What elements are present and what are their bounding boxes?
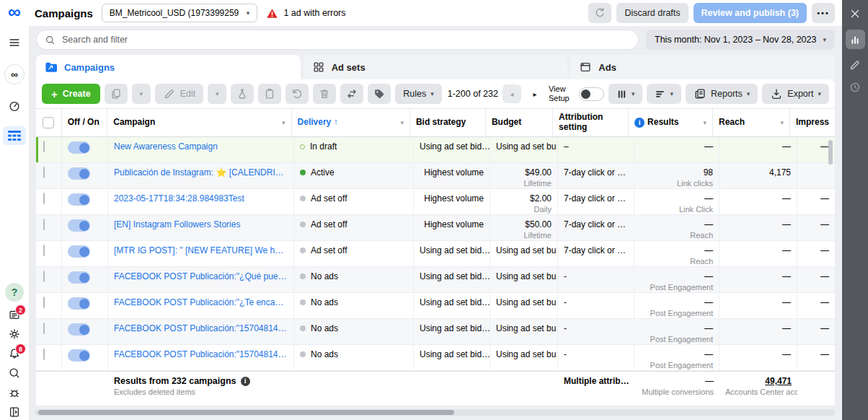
campaign-link[interactable]: Publicación de Instagram: ⭐ [CALENDRIER]…	[114, 167, 288, 178]
header-bid-strategy[interactable]: Bid strategy	[410, 109, 486, 136]
edit-dropdown-button[interactable]: ▾	[208, 84, 226, 104]
bid-strategy-value: Using ad set bid…	[414, 293, 490, 318]
campaign-link[interactable]: [EN] Instagram Followers Stories	[114, 219, 288, 229]
create-button[interactable]: + Create	[42, 84, 100, 104]
horizontal-scrollbar-thumb[interactable]	[38, 410, 454, 415]
search-rail-icon[interactable]	[8, 367, 21, 380]
export-button[interactable]: Export▾	[762, 84, 829, 104]
header-impressions[interactable]: Impress	[790, 109, 835, 136]
history-clock-icon[interactable]	[849, 81, 862, 94]
campaigns-table-icon[interactable]	[3, 126, 26, 145]
tag-button[interactable]	[368, 84, 391, 104]
row-checkbox[interactable]	[43, 323, 45, 334]
select-all-checkbox[interactable]	[36, 109, 62, 136]
campaign-link[interactable]: [MTR IG POST]: " [NEW FEATURE] We have a…	[114, 245, 288, 255]
review-publish-button[interactable]: Review and publish (3)	[694, 3, 807, 23]
previous-page-button[interactable]: ◂	[502, 84, 521, 103]
updates-icon[interactable]: 2	[8, 308, 21, 321]
tab-ads[interactable]: Ads	[570, 55, 835, 79]
campaign-toggle[interactable]	[68, 323, 90, 336]
delivery-status-dot	[300, 222, 306, 227]
row-checkbox[interactable]	[43, 271, 45, 282]
header-off-on: Off / On	[62, 109, 107, 136]
tag-icon	[373, 87, 386, 100]
row-checkbox[interactable]	[43, 245, 45, 256]
delete-button[interactable]	[313, 84, 336, 104]
search-bar[interactable]	[36, 30, 639, 50]
duplicate-button[interactable]	[105, 84, 128, 104]
header-delivery[interactable]: Delivery ↑▾	[292, 109, 410, 136]
close-icon[interactable]	[849, 7, 862, 20]
refresh-button[interactable]	[588, 3, 611, 23]
collapse-panel-icon[interactable]	[8, 406, 21, 419]
row-checkbox[interactable]	[43, 167, 45, 178]
reports-button[interactable]: Reports▾	[686, 84, 758, 104]
rules-button[interactable]: Rules▾	[395, 84, 442, 104]
swap-button[interactable]	[340, 84, 363, 104]
help-icon[interactable]: ?	[5, 283, 24, 302]
discard-drafts-button[interactable]: Discard drafts	[616, 3, 688, 23]
header-campaign[interactable]: Campaign▾	[107, 109, 291, 136]
row-checkbox[interactable]	[43, 141, 45, 152]
view-setup-toggle[interactable]	[579, 87, 604, 101]
breakdown-button[interactable]: ▾	[647, 84, 681, 104]
notifications-bell-icon[interactable]: 8	[8, 347, 21, 360]
campaign-toggle[interactable]	[68, 141, 90, 154]
campaign-toggle[interactable]	[68, 245, 90, 258]
budget-period: Lifetime	[496, 231, 552, 240]
impressions-value: —	[797, 267, 835, 292]
campaign-toggle[interactable]	[68, 297, 90, 310]
charts-panel-icon[interactable]	[846, 30, 865, 49]
delivery-status-dot	[300, 274, 306, 279]
campaign-link[interactable]: FACEBOOK POST Publicación:"15704814932…	[114, 323, 288, 333]
campaign-toggle[interactable]	[68, 167, 90, 180]
next-page-button[interactable]: ▸	[526, 84, 544, 103]
campaign-link[interactable]: FACEBOOK POST Publicación:"15704814932…	[114, 349, 288, 359]
ads-manager-icon[interactable]: ∞	[4, 64, 25, 84]
info-icon: i	[634, 118, 645, 128]
edit-button[interactable]: Edit	[155, 84, 204, 104]
summary-reach[interactable]: 49,471	[725, 376, 792, 386]
campaign-toggle[interactable]	[68, 271, 90, 284]
vertical-scrollbar[interactable]	[828, 140, 833, 165]
tab-campaigns-label: Campaigns	[64, 62, 115, 73]
campaign-toggle[interactable]	[68, 193, 90, 206]
header-reach[interactable]: Reach▾	[713, 109, 790, 136]
ads-manager-app: ∞ ∞ ? 2 8	[0, 0, 868, 420]
clipboard-button[interactable]	[258, 84, 281, 104]
reach-value: —	[719, 267, 797, 292]
horizontal-scrollbar[interactable]	[35, 409, 835, 416]
campaign-toggle[interactable]	[68, 219, 90, 232]
undo-button[interactable]	[285, 84, 309, 104]
row-checkbox[interactable]	[43, 349, 45, 360]
date-range-selector[interactable]: This month: Nov 1, 2023 – Nov 28, 2023 ▾	[646, 30, 835, 50]
report-bug-icon[interactable]	[8, 386, 21, 399]
edit-panel-icon[interactable]	[849, 58, 862, 71]
search-input[interactable]	[62, 35, 630, 45]
row-checkbox[interactable]	[43, 219, 45, 230]
more-options-button[interactable]: •••	[812, 3, 835, 23]
ab-test-button[interactable]	[231, 84, 254, 104]
duplicate-dropdown-button[interactable]: ▾	[132, 84, 151, 104]
error-banner[interactable]: 1 ad with errors	[266, 7, 345, 19]
campaign-link[interactable]: FACEBOOK POST Publicación:"¿Te encanta M…	[114, 297, 288, 307]
row-checkbox[interactable]	[43, 297, 45, 308]
campaign-link[interactable]: FACEBOOK POST Publicación:"¿Qué puedes …	[114, 271, 288, 281]
header-results[interactable]: iResults▾	[629, 109, 713, 136]
account-selector[interactable]: BM_Metricool_USD (19733992595489… ▾	[102, 4, 258, 22]
info-icon[interactable]: i	[241, 377, 250, 386]
campaign-toggle[interactable]	[68, 349, 90, 362]
dashboard-gauge-icon[interactable]	[4, 96, 25, 116]
tab-campaigns[interactable]: Campaigns	[36, 55, 301, 79]
header-budget[interactable]: Budget	[486, 109, 553, 136]
row-checkbox[interactable]	[43, 193, 45, 204]
delivery-status: Active	[311, 167, 335, 178]
results-label: Post Engagement	[640, 335, 713, 344]
settings-gear-icon[interactable]	[8, 328, 21, 341]
tab-ad-sets[interactable]: Ad sets	[304, 55, 568, 79]
reach-value: —	[719, 189, 797, 214]
main-menu-icon[interactable]	[4, 32, 25, 53]
columns-button[interactable]: ▾	[608, 84, 643, 104]
campaign-link[interactable]: 2023-05-17T18:34:28.984983Test	[114, 193, 288, 204]
campaign-link[interactable]: New Awareness Campaign	[114, 141, 288, 152]
